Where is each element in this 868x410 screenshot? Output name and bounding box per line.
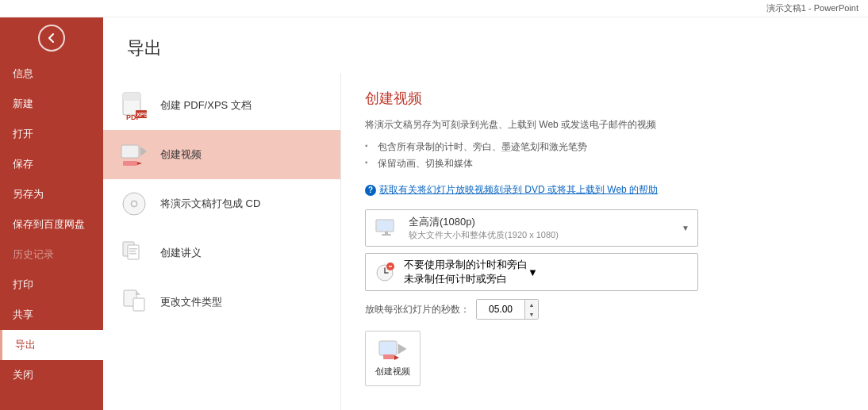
sidebar-item-saveas[interactable]: 另存为 — [0, 179, 103, 209]
timing-sub-text: 未录制任何计时或旁白 — [404, 272, 528, 286]
svg-marker-8 — [137, 162, 142, 165]
quality-sub-text: 较大文件大小和整体优质(1920 x 1080) — [409, 229, 675, 241]
help-link[interactable]: ? 获取有关将幻灯片放映视频刻录到 DVD 或将其上载到 Web 的帮助 — [365, 183, 844, 197]
svg-rect-7 — [123, 161, 137, 166]
sidebar-item-new[interactable]: 新建 — [0, 89, 103, 119]
sidebar-item-share[interactable]: 共享 — [0, 300, 103, 330]
cd-icon — [119, 189, 149, 219]
svg-rect-13 — [128, 245, 139, 259]
svg-rect-14 — [129, 248, 137, 250]
seconds-label: 放映每张幻灯片的秒数： — [365, 303, 470, 316]
svg-rect-15 — [129, 251, 136, 252]
detail-panel: 创建视频 将演示文稿另存为可刻录到光盘、上载到 Web 或发送电子邮件的视频 包… — [341, 73, 868, 410]
help-link-text: 获取有关将幻灯片放映视频刻录到 DVD 或将其上载到 Web 的帮助 — [379, 183, 658, 197]
quality-arrow-icon: ▼ — [682, 224, 689, 232]
spinner-up-button[interactable]: ▲ — [525, 300, 538, 309]
menu-item-video[interactable]: 创建视频 — [103, 130, 340, 179]
svg-rect-20 — [377, 220, 393, 231]
seconds-input[interactable] — [477, 300, 524, 319]
handout-icon — [119, 238, 149, 268]
back-circle-icon — [38, 25, 65, 52]
sidebar-item-history: 历史记录 — [0, 239, 103, 270]
title-bar: 演示文稿1 - PowerPoint — [0, 0, 868, 17]
detail-description: 将演示文稿另存为可刻录到光盘、上载到 Web 或发送电子邮件的视频 — [365, 117, 844, 132]
menu-item-cd-label: 将演示文稿打包成 CD — [160, 197, 260, 211]
svg-rect-5 — [121, 145, 139, 158]
sidebar-item-savebaidu[interactable]: 保存到百度网盘 — [0, 209, 103, 239]
menu-item-video-label: 创建视频 — [160, 148, 202, 162]
svg-rect-21 — [385, 232, 388, 234]
back-button[interactable] — [0, 17, 103, 59]
page-title: 导出 — [127, 36, 844, 60]
menu-item-filetype[interactable]: 更改文件类型 — [103, 278, 340, 327]
filetype-icon — [119, 287, 149, 317]
svg-rect-31 — [383, 354, 394, 359]
bullet-1: 包含所有录制的计时、旁白、墨迹笔划和激光笔势 — [365, 139, 844, 155]
svg-rect-18 — [133, 298, 144, 311]
spinner-buttons: ▲ ▼ — [524, 300, 538, 319]
quality-dropdown[interactable]: 全高清(1080p) 较大文件大小和整体优质(1920 x 1080) ▼ — [365, 209, 698, 247]
help-icon: ? — [365, 185, 376, 196]
svg-rect-29 — [380, 342, 396, 354]
svg-marker-6 — [140, 147, 147, 156]
menu-item-filetype-label: 更改文件类型 — [160, 295, 222, 309]
timing-icon — [374, 261, 396, 283]
quality-icon — [374, 216, 401, 240]
svg-point-11 — [133, 202, 136, 205]
detail-bullets: 包含所有录制的计时、旁白、墨迹笔划和激光笔势 保留动画、切换和媒体 — [365, 139, 844, 172]
menu-item-pdf-label: 创建 PDF/XPS 文档 — [160, 98, 252, 113]
sidebar-item-print[interactable]: 打印 — [0, 270, 103, 300]
svg-text:XPS: XPS — [136, 112, 148, 117]
create-video-btn-label: 创建视频 — [375, 366, 410, 377]
app-body: 信息 新建 打开 保存 另存为 保存到百度网盘 历史记录 打印 共享 导出 关闭 — [0, 17, 868, 410]
seconds-input-wrap: ▲ ▼ — [476, 299, 539, 320]
timing-control-row: 不要使用录制的计时和旁白 未录制任何计时或旁白 ▼ — [365, 253, 844, 291]
svg-rect-22 — [382, 234, 391, 236]
menu-panel: PDF XPS 创建 PDF/XPS 文档 — [103, 73, 341, 410]
timing-dropdown[interactable]: 不要使用录制的计时和旁白 未录制任何计时或旁白 ▼ — [365, 253, 698, 291]
menu-item-cd[interactable]: 将演示文稿打包成 CD — [103, 179, 340, 228]
menu-item-handout[interactable]: 创建讲义 — [103, 228, 340, 278]
spinner-down-button[interactable]: ▼ — [525, 309, 538, 319]
menu-item-pdf[interactable]: PDF XPS 创建 PDF/XPS 文档 — [103, 81, 340, 130]
svg-marker-32 — [394, 355, 399, 360]
create-video-btn-icon — [378, 340, 407, 362]
sidebar-item-info[interactable]: 信息 — [0, 59, 103, 89]
sidebar-item-close[interactable]: 关闭 — [0, 360, 103, 390]
main-content: 导出 PDF XPS 创建 PDF/XPS 文档 — [103, 17, 868, 410]
window-title: 演示文稿1 - PowerPoint — [766, 2, 858, 14]
svg-rect-1 — [123, 93, 140, 101]
detail-title: 创建视频 — [365, 89, 844, 108]
sidebar: 信息 新建 打开 保存 另存为 保存到百度网盘 历史记录 打印 共享 导出 关闭 — [0, 17, 103, 410]
seconds-row: 放映每张幻灯片的秒数： ▲ ▼ — [365, 299, 844, 320]
create-video-button[interactable]: 创建视频 — [365, 331, 421, 386]
svg-rect-16 — [129, 253, 136, 255]
svg-marker-30 — [398, 344, 406, 354]
timing-main-text: 不要使用录制的计时和旁白 — [404, 258, 528, 272]
video-icon — [119, 140, 149, 170]
quality-text-area: 全高清(1080p) 较大文件大小和整体优质(1920 x 1080) — [409, 215, 675, 241]
sidebar-item-open[interactable]: 打开 — [0, 119, 103, 149]
timing-arrow-icon: ▼ — [528, 266, 538, 278]
menu-item-handout-label: 创建讲义 — [160, 246, 202, 260]
quality-control-row: 全高清(1080p) 较大文件大小和整体优质(1920 x 1080) ▼ — [365, 209, 844, 247]
sidebar-item-export[interactable]: 导出 — [0, 330, 103, 360]
sidebar-item-save[interactable]: 保存 — [0, 149, 103, 179]
content-area: PDF XPS 创建 PDF/XPS 文档 — [103, 73, 868, 410]
timing-text-area: 不要使用录制的计时和旁白 未录制任何计时或旁白 — [404, 258, 528, 286]
quality-main-text: 全高清(1080p) — [409, 215, 675, 229]
bullet-2: 保留动画、切换和媒体 — [365, 155, 844, 172]
pdf-icon: PDF XPS — [119, 90, 149, 121]
main-header: 导出 — [103, 17, 868, 73]
